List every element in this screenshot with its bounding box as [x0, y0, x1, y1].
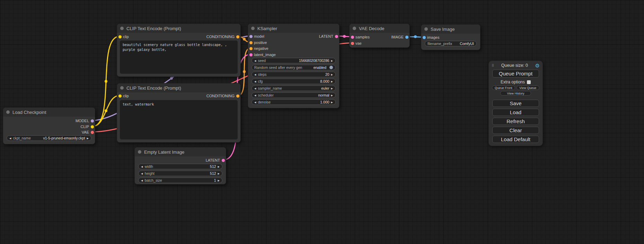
images-input-dot[interactable] [423, 36, 426, 39]
decrement-arrow-icon[interactable]: ◀ [254, 101, 256, 103]
collapse-dot-icon[interactable] [138, 150, 141, 154]
slot-label-positive: positive [254, 40, 267, 45]
widget-sampler-name[interactable]: ◀ sampler_name euler ▶ [252, 85, 336, 91]
load-default-button[interactable]: Load Default [492, 136, 539, 143]
node-empty-latent-image[interactable]: Empty Latent Image LATENT ◀ width 512 ▶ … [134, 147, 226, 184]
decrement-arrow-icon[interactable]: ◀ [141, 165, 143, 168]
conditioning-output-dot[interactable] [236, 35, 239, 38]
node-clip-text-encode-positive[interactable]: CLIP Text Encode (Prompt) clip CONDITION… [117, 24, 241, 77]
drag-handle-icon[interactable]: ⠿ [492, 64, 494, 67]
extra-options-checkbox[interactable] [527, 80, 531, 84]
samples-input-dot[interactable] [351, 36, 354, 39]
increment-arrow-icon[interactable]: ▶ [331, 87, 333, 90]
widget-scheduler[interactable]: ◀ scheduler normal ▶ [252, 92, 336, 98]
increment-arrow-icon[interactable]: ▶ [331, 73, 333, 76]
widget-batch-size[interactable]: ◀ batch_size 1 ▶ [138, 178, 222, 183]
node-title-bar[interactable]: Load Checkpoint [3, 108, 95, 117]
widget-steps[interactable]: ◀ steps 20 ▶ [252, 72, 336, 77]
widget-value: 156680208700286 [299, 58, 329, 63]
view-history-button[interactable]: View History [500, 91, 531, 96]
slot-label-clip-input: clip [123, 35, 129, 39]
decrement-arrow-icon[interactable]: ◀ [254, 60, 256, 62]
node-title-bar[interactable]: CLIP Text Encode (Prompt) [117, 24, 240, 33]
node-title-bar[interactable]: CLIP Text Encode (Prompt) [117, 83, 240, 92]
node-title-bar[interactable]: VAE Decode [350, 24, 409, 33]
clear-button[interactable]: Clear [492, 127, 539, 134]
wire-model-midpoint-dot [170, 77, 173, 80]
positive-prompt-textarea[interactable]: beautiful scenery nature glass bottle la… [120, 40, 238, 74]
node-clip-text-encode-negative[interactable]: CLIP Text Encode (Prompt) clip CONDITION… [117, 83, 241, 143]
increment-arrow-icon[interactable]: ▶ [331, 101, 333, 103]
collapse-dot-icon[interactable] [120, 27, 124, 30]
toggle-knob-icon[interactable] [329, 66, 333, 69]
save-button[interactable]: Save [492, 100, 539, 107]
negative-prompt-textarea[interactable]: text, watermark [120, 100, 238, 139]
node-save-image[interactable]: Save Image images filename_prefix ComfyU… [421, 24, 480, 50]
collapse-dot-icon[interactable] [424, 27, 428, 31]
latent-output-dot[interactable] [335, 35, 338, 38]
queue-front-button[interactable]: Queue Front [492, 85, 515, 90]
widget-ckpt-name[interactable]: ◀ ckpt_name v1-5-pruned-emaonly.ckpt ▶ [7, 135, 91, 141]
node-load-checkpoint[interactable]: Load Checkpoint MODEL CLIP VAE ◀ ckpt_na… [3, 107, 95, 144]
vae-output-dot[interactable] [91, 131, 94, 134]
widget-value: 20 [325, 72, 329, 76]
node-title-bar[interactable]: KSampler [248, 24, 339, 33]
decrement-arrow-icon[interactable]: ◀ [254, 87, 256, 90]
decrement-arrow-icon[interactable]: ◀ [254, 94, 256, 97]
decrement-arrow-icon[interactable]: ◀ [141, 179, 143, 182]
decrement-arrow-icon[interactable]: ◀ [254, 80, 256, 83]
decrement-arrow-icon[interactable]: ◀ [254, 73, 256, 76]
increment-arrow-icon[interactable]: ▶ [87, 137, 89, 139]
model-input-dot[interactable] [249, 35, 253, 38]
widget-cfg[interactable]: ◀ cfg 8.000 ▶ [252, 79, 336, 84]
queue-small-buttons-row: Queue Front View Queue [492, 85, 539, 90]
negative-input-dot[interactable] [249, 47, 253, 50]
collapse-dot-icon[interactable] [120, 86, 124, 90]
load-button[interactable]: Load [492, 109, 539, 116]
vae-input-dot[interactable] [351, 42, 354, 45]
decrement-arrow-icon[interactable]: ◀ [141, 172, 143, 175]
latent-output-dot[interactable] [222, 159, 225, 162]
node-title: CLIP Text Encode (Prompt) [126, 85, 181, 91]
increment-arrow-icon[interactable]: ▶ [331, 94, 333, 97]
slot-label-clip-input: clip [123, 94, 129, 98]
increment-arrow-icon[interactable]: ▶ [218, 179, 220, 182]
widget-height[interactable]: ◀ height 512 ▶ [138, 171, 222, 176]
collapse-dot-icon[interactable] [6, 110, 10, 114]
widget-filename-prefix[interactable]: filename_prefix ComfyUI [425, 41, 477, 46]
node-graph-canvas[interactable]: Load Checkpoint MODEL CLIP VAE ◀ ckpt_na… [0, 0, 644, 244]
widget-name: scheduler [258, 93, 274, 97]
node-title-bar[interactable]: Save Image [421, 25, 480, 34]
queue-prompt-button[interactable]: Queue Prompt [492, 70, 539, 78]
settings-gear-icon[interactable]: ⚙ [535, 63, 540, 68]
increment-arrow-icon[interactable]: ▶ [331, 60, 333, 62]
refresh-button[interactable]: Refresh [492, 118, 539, 125]
widget-seed[interactable]: ◀ seed 156680208700286 ▶ [252, 58, 336, 63]
collapse-dot-icon[interactable] [251, 27, 255, 30]
increment-arrow-icon[interactable]: ▶ [331, 80, 333, 83]
widget-denoise[interactable]: ◀ denoise 1.000 ▶ [252, 99, 336, 105]
collapse-dot-icon[interactable] [353, 27, 356, 30]
widget-value: enabled [314, 65, 326, 70]
widget-random-seed-toggle[interactable]: Random seed after every gen enabled [252, 65, 336, 70]
view-queue-button[interactable]: View Queue [517, 85, 540, 90]
output-slot-clip: CLIP [3, 124, 95, 129]
widget-width[interactable]: ◀ width 512 ▶ [138, 164, 222, 169]
model-output-dot[interactable] [91, 119, 94, 123]
wire-latent-out-midpoint-dot [343, 35, 346, 38]
conditioning-output-dot[interactable] [236, 94, 239, 98]
clip-input-dot[interactable] [118, 94, 122, 98]
node-title-bar[interactable]: Empty Latent Image [135, 147, 226, 156]
decrement-arrow-icon[interactable]: ◀ [9, 137, 11, 139]
image-output-dot[interactable] [405, 36, 408, 39]
increment-arrow-icon[interactable]: ▶ [218, 172, 220, 175]
positive-input-dot[interactable] [249, 41, 253, 44]
node-ksampler[interactable]: KSampler model LATENT positive negative … [248, 24, 339, 108]
node-vae-decode[interactable]: VAE Decode samples IMAGE vae [349, 24, 410, 48]
widget-name: steps [258, 72, 266, 76]
clip-input-dot[interactable] [118, 35, 122, 38]
increment-arrow-icon[interactable]: ▶ [218, 165, 220, 168]
widget-value: 8.000 [320, 79, 329, 83]
clip-output-dot[interactable] [91, 125, 94, 128]
latent-image-input-dot[interactable] [249, 53, 253, 56]
